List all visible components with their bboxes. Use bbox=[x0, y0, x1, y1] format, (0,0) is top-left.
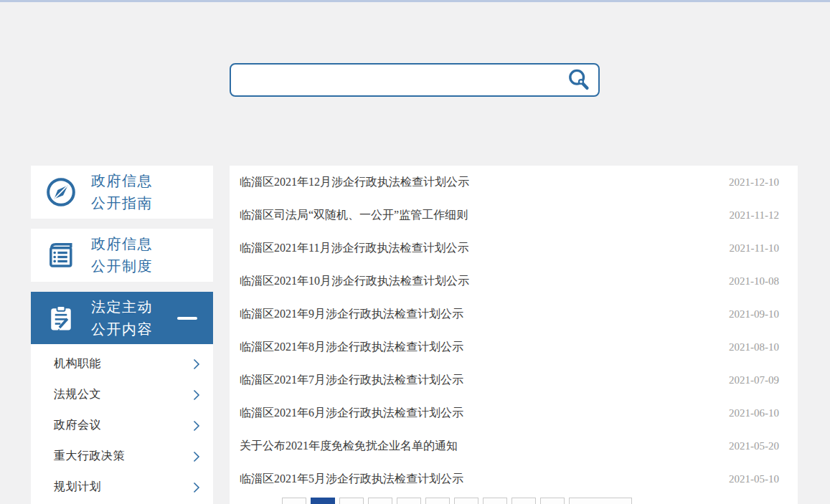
compass-icon bbox=[31, 176, 91, 209]
chevron-right-icon bbox=[193, 420, 200, 432]
minus-icon[interactable] bbox=[177, 317, 197, 320]
sidebar-submenu: 机构职能 法规公文 政府会议 重大行政决策 规划计划 bbox=[31, 344, 213, 504]
list-item-title[interactable]: 关于公布2021年度免检免扰企业名单的通知 bbox=[240, 439, 458, 454]
list-item-date: 2021-07-09 bbox=[729, 374, 779, 386]
pagination-button[interactable] bbox=[511, 498, 536, 504]
list-item[interactable]: 临淄区2021年12月涉企行政执法检查计划公示 2021-12-10 bbox=[230, 166, 798, 199]
list-item-title[interactable]: 临淄区司法局“双随机、一公开”监管工作细则 bbox=[240, 208, 468, 223]
submenu-item-label: 政府会议 bbox=[54, 418, 101, 433]
list-item-title[interactable]: 临淄区2021年6月涉企行政执法检查计划公示 bbox=[240, 406, 463, 421]
label-line-2: 公开指南 bbox=[91, 195, 153, 211]
submenu-item-major-decisions[interactable]: 重大行政决策 bbox=[31, 441, 213, 472]
submenu-item-label: 重大行政决策 bbox=[54, 449, 125, 464]
label-line-1: 政府信息 bbox=[91, 173, 153, 189]
list-item[interactable]: 临淄区2021年10月涉企行政执法检查计划公示 2021-10-08 bbox=[230, 265, 798, 298]
pagination bbox=[282, 498, 632, 504]
search-bar bbox=[230, 63, 600, 97]
pagination-button-active[interactable] bbox=[311, 498, 335, 504]
submenu-item-regulations[interactable]: 法规公文 bbox=[31, 379, 213, 410]
list-item-date: 2021-05-10 bbox=[729, 473, 779, 485]
label-line-1: 政府信息 bbox=[91, 236, 153, 252]
chevron-right-icon bbox=[193, 451, 200, 462]
sidebar-item-label: 政府信息 公开指南 bbox=[91, 170, 153, 214]
pagination-button[interactable] bbox=[339, 498, 364, 504]
list-item-title[interactable]: 临淄区2021年9月涉企行政执法检查计划公示 bbox=[240, 307, 463, 322]
search-icon bbox=[567, 68, 591, 92]
chevron-right-icon bbox=[193, 389, 200, 401]
list-item[interactable]: 临淄区2021年6月涉企行政执法检查计划公示 2021-06-10 bbox=[230, 396, 798, 429]
label-line-2: 公开内容 bbox=[91, 321, 153, 337]
list-item-title[interactable]: 临淄区2021年5月涉企行政执法检查计划公示 bbox=[240, 472, 463, 487]
list-item[interactable]: 临淄区2021年7月涉企行政执法检查计划公示 2021-07-09 bbox=[230, 363, 798, 396]
notebook-icon bbox=[31, 239, 91, 272]
submenu-item-label: 规划计划 bbox=[54, 480, 101, 495]
submenu-item-org-functions[interactable]: 机构职能 bbox=[31, 348, 213, 379]
pagination-button[interactable] bbox=[454, 498, 478, 504]
list-item-date: 2021-06-10 bbox=[729, 407, 779, 419]
sidebar-item-gov-info-system[interactable]: 政府信息 公开制度 bbox=[31, 229, 213, 282]
top-accent-line bbox=[0, 0, 830, 2]
search-button[interactable] bbox=[560, 65, 598, 95]
article-list-panel: 临淄区2021年12月涉企行政执法检查计划公示 2021-12-10 临淄区司法… bbox=[230, 166, 798, 504]
list-item[interactable]: 临淄区2021年11月涉企行政执法检查计划公示 2021-11-10 bbox=[230, 232, 798, 265]
pagination-button[interactable] bbox=[540, 498, 565, 504]
list-item-date: 2021-12-10 bbox=[729, 176, 779, 189]
list-item[interactable]: 临淄区2021年9月涉企行政执法检查计划公示 2021-09-10 bbox=[230, 298, 798, 331]
list-item-title[interactable]: 临淄区2021年12月涉企行政执法检查计划公示 bbox=[240, 175, 469, 190]
pagination-button[interactable] bbox=[368, 498, 392, 504]
clipboard-pencil-icon bbox=[31, 303, 91, 334]
sidebar-item-label: 政府信息 公开制度 bbox=[91, 233, 153, 277]
search-input[interactable] bbox=[231, 65, 560, 95]
list-item[interactable]: 关于公布2021年度免检免扰企业名单的通知 2021-05-20 bbox=[230, 429, 798, 462]
pagination-next-button[interactable] bbox=[569, 498, 632, 504]
list-item[interactable]: 临淄区2021年8月涉企行政执法检查计划公示 2021-08-10 bbox=[230, 331, 798, 363]
list-item[interactable]: 临淄区2021年5月涉企行政执法检查计划公示 2021-05-10 bbox=[230, 462, 798, 495]
pagination-button[interactable] bbox=[483, 498, 507, 504]
list-item-date: 2021-08-10 bbox=[729, 341, 779, 353]
list-item-date: 2021-10-08 bbox=[729, 275, 779, 287]
list-item-date: 2021-11-10 bbox=[730, 242, 779, 255]
list-item-date: 2021-09-10 bbox=[729, 308, 779, 320]
submenu-item-label: 法规公文 bbox=[54, 387, 101, 402]
pagination-button[interactable] bbox=[282, 498, 306, 504]
pagination-button[interactable] bbox=[397, 498, 421, 504]
list-item-date: 2021-05-20 bbox=[729, 440, 779, 452]
list-item-title[interactable]: 临淄区2021年8月涉企行政执法检查计划公示 bbox=[240, 340, 463, 355]
list-item[interactable]: 临淄区司法局“双随机、一公开”监管工作细则 2021-11-12 bbox=[230, 199, 798, 232]
sidebar: 政府信息 公开指南 政府信息 公开制度 bbox=[31, 166, 213, 504]
label-line-2: 公开制度 bbox=[91, 258, 153, 274]
sidebar-item-label: 法定主动 公开内容 bbox=[91, 296, 153, 341]
submenu-item-planning[interactable]: 规划计划 bbox=[31, 472, 213, 503]
submenu-item-gov-meetings[interactable]: 政府会议 bbox=[31, 410, 213, 441]
label-line-1: 法定主动 bbox=[91, 299, 153, 315]
chevron-right-icon bbox=[193, 358, 200, 370]
list-item-title[interactable]: 临淄区2021年10月涉企行政执法检查计划公示 bbox=[240, 274, 469, 289]
list-item-title[interactable]: 临淄区2021年11月涉企行政执法检查计划公示 bbox=[240, 241, 468, 256]
submenu-item-label: 机构职能 bbox=[54, 356, 101, 371]
sidebar-item-gov-info-guide[interactable]: 政府信息 公开指南 bbox=[31, 166, 213, 219]
list-item-date: 2021-11-12 bbox=[730, 209, 779, 222]
sidebar-item-statutory-disclosure[interactable]: 法定主动 公开内容 bbox=[31, 292, 213, 344]
pagination-button[interactable] bbox=[425, 498, 450, 504]
chevron-right-icon bbox=[193, 482, 200, 493]
list-item-title[interactable]: 临淄区2021年7月涉企行政执法检查计划公示 bbox=[240, 373, 463, 388]
